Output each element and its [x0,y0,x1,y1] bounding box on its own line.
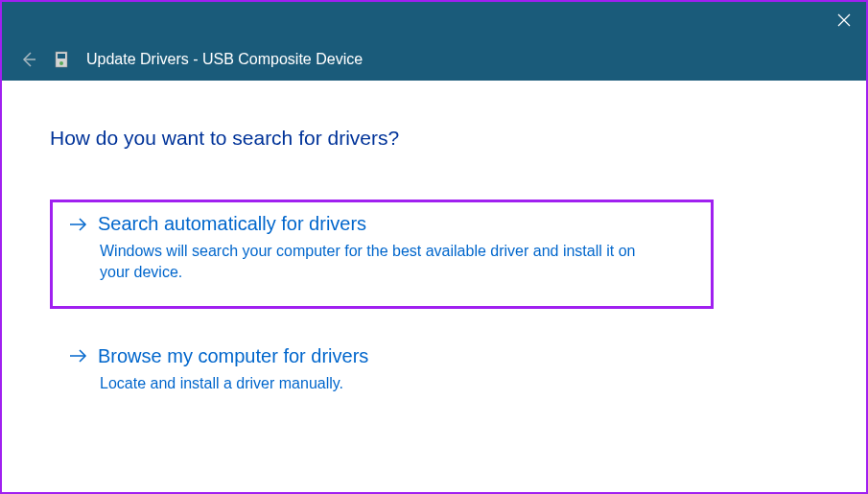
content-area: How do you want to search for drivers? S… [2,81,866,419]
option-description: Windows will search your computer for th… [69,241,664,284]
page-heading: How do you want to search for drivers? [50,127,818,150]
option-header: Browse my computer for drivers [69,345,694,367]
option-description: Locate and install a driver manually. [69,373,664,394]
svg-rect-4 [58,54,65,59]
option-search-automatically[interactable]: Search automatically for drivers Windows… [50,200,714,309]
option-browse-computer[interactable]: Browse my computer for drivers Locate an… [50,332,714,419]
header-title: Update Drivers - USB Composite Device [86,51,363,68]
arrow-right-icon [69,216,88,233]
option-title: Search automatically for drivers [98,213,366,235]
back-arrow-icon [19,51,36,68]
option-header: Search automatically for drivers [69,213,694,235]
device-icon [54,50,69,69]
arrow-right-icon [69,347,88,365]
titlebar [2,2,866,38]
close-icon [837,13,851,27]
close-button[interactable] [822,2,866,38]
option-title: Browse my computer for drivers [98,345,368,367]
header-bar: Update Drivers - USB Composite Device [2,38,866,81]
back-button[interactable] [19,51,36,68]
svg-point-5 [59,61,63,65]
